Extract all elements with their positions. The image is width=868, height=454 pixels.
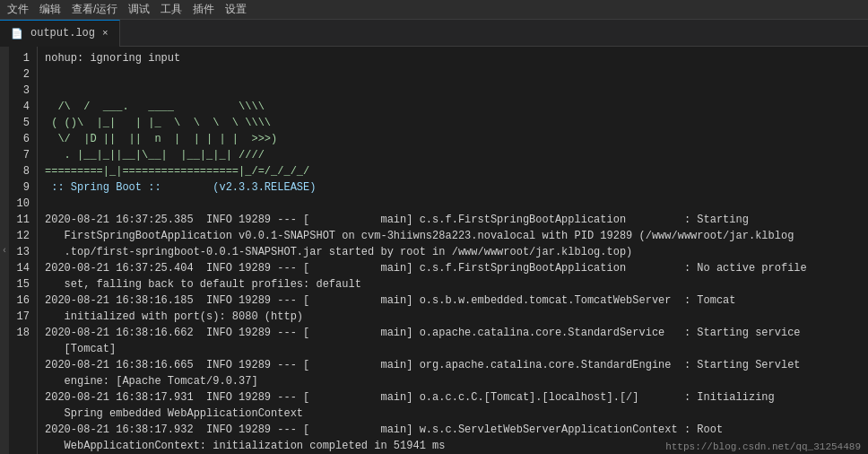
menu-plugins[interactable]: 插件 xyxy=(193,2,214,17)
close-icon[interactable]: × xyxy=(102,28,108,39)
line-number-13: 13 xyxy=(16,244,30,260)
line-number-18: 18 xyxy=(16,325,30,341)
log-line-6: \/ |D || || n | | | | | >>>) xyxy=(45,131,861,147)
log-line-3 xyxy=(45,83,861,99)
line-number-17: 17 xyxy=(16,309,30,325)
log-line-4: /\ / ___. ____ \\\\ xyxy=(45,99,861,115)
menu-settings[interactable]: 设置 xyxy=(225,2,247,17)
line-number-1: 1 xyxy=(16,50,30,66)
line-number-5: 5 xyxy=(16,115,30,131)
log-line-15: 2020-08-21 16:38:16.665 INFO 19289 --- [… xyxy=(45,357,861,389)
log-line-10 xyxy=(45,196,861,212)
log-line-13: 2020-08-21 16:38:16.185 INFO 19289 --- [… xyxy=(45,292,861,325)
log-line-11: 2020-08-21 16:37:25.385 INFO 19289 --- [… xyxy=(45,212,861,260)
log-line-8: =========|_|==================|_/=/_/_/_… xyxy=(45,163,861,179)
tab-bar: 📄 output.log × xyxy=(0,20,868,47)
status-bar: https://blog.csdn.net/qq_31254489 xyxy=(658,440,868,454)
menu-view[interactable]: 查看/运行 xyxy=(72,2,117,17)
line-number-3: 3 xyxy=(16,83,30,99)
menu-edit[interactable]: 编辑 xyxy=(39,2,61,17)
log-content[interactable]: nohup: ignoring input /\ / ___. ____ \\\… xyxy=(38,47,868,454)
menu-file[interactable]: 文件 xyxy=(7,2,29,17)
line-number-7: 7 xyxy=(16,147,30,163)
log-line-16: 2020-08-21 16:38:17.931 INFO 19289 --- [… xyxy=(45,389,861,422)
log-line-9: :: Spring Boot :: (v2.3.3.RELEASE) xyxy=(45,179,861,196)
log-line-7: . |__|_||__|\__| |__|_|_| //// xyxy=(45,147,861,163)
left-handle[interactable]: ‹ xyxy=(0,47,9,454)
log-line-1: nohup: ignoring input xyxy=(45,50,861,66)
log-line-14: 2020-08-21 16:38:16.662 INFO 19289 --- [… xyxy=(45,325,861,357)
line-numbers: 123456789101112131415161718 xyxy=(9,47,38,454)
line-number-12: 12 xyxy=(16,228,30,244)
line-number-11: 11 xyxy=(16,212,30,228)
line-number-6: 6 xyxy=(16,131,30,147)
line-number-8: 8 xyxy=(16,163,30,179)
tab-name: output.log xyxy=(30,27,95,39)
menu-tools[interactable]: 工具 xyxy=(161,2,182,17)
line-number-14: 14 xyxy=(16,260,30,276)
top-bar: 文件 编辑 查看/运行 调试 工具 插件 设置 xyxy=(0,0,868,20)
log-line-12: 2020-08-21 16:37:25.404 INFO 19289 --- [… xyxy=(45,260,861,292)
log-line-5: ( ()\ |_| | |_ \ \ \ \ \\\\ xyxy=(45,115,861,131)
output-log-tab[interactable]: 📄 output.log × xyxy=(0,20,120,47)
line-number-9: 9 xyxy=(16,179,30,196)
line-number-16: 16 xyxy=(16,292,30,309)
line-number-4: 4 xyxy=(16,99,30,115)
menu-debug[interactable]: 调试 xyxy=(128,2,150,17)
log-line-2 xyxy=(45,66,861,83)
line-number-10: 10 xyxy=(16,196,30,212)
line-number-2: 2 xyxy=(16,66,30,83)
file-icon: 📄 xyxy=(11,28,23,39)
line-number-15: 15 xyxy=(16,276,30,292)
